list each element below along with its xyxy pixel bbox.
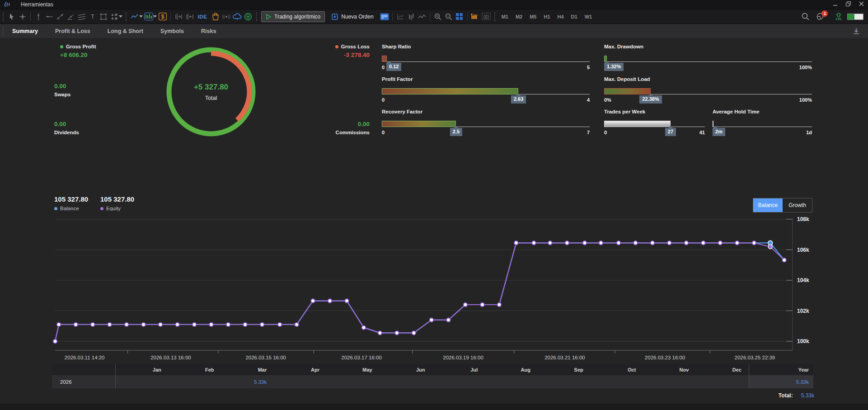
cloud-icon[interactable] (232, 11, 243, 23)
month-header-oct: Oct (591, 364, 643, 375)
tab-symbols[interactable]: Symbols (155, 24, 190, 39)
gauge-track (382, 121, 590, 127)
commissions-stat: 0.00 Commissions (289, 121, 370, 135)
dollar-icon[interactable]: $ (157, 11, 168, 23)
minimize-button[interactable] (829, 0, 842, 8)
gauge-max-label: 4 (587, 97, 590, 103)
gauge-label: Profit Factor (382, 76, 590, 83)
data-folder-icon[interactable] (470, 11, 481, 23)
trendline-tool-icon[interactable] (55, 11, 66, 23)
month-value-mar: 5.33k (221, 375, 274, 388)
month-value-may (327, 375, 380, 388)
gauge-track (604, 88, 812, 94)
gross-profit-label: Gross Profit (66, 44, 96, 49)
algo-trading-button[interactable]: Trading algorítmico (261, 11, 325, 22)
shapes-dropdown-caret[interactable] (119, 15, 122, 18)
search-icon[interactable] (800, 11, 811, 23)
window-controls (829, 0, 868, 9)
add-account-icon[interactable] (243, 11, 253, 23)
tile-windows-icon[interactable] (454, 11, 465, 23)
toggle-growth-button[interactable]: Growth (783, 198, 812, 212)
row-year-total-value: 5.33k (749, 375, 813, 388)
commissions-value: 0.00 (289, 121, 370, 127)
crosshair-icon[interactable] (17, 11, 28, 23)
monthly-data-row[interactable]: 2026 5.33k 5.33k (52, 375, 813, 388)
row-year-label: 2026 (52, 375, 115, 388)
toolbar-separator (467, 13, 468, 21)
tab-summary[interactable]: Summary (6, 24, 44, 39)
gauge-fill (382, 121, 456, 127)
gauge-track (604, 56, 812, 62)
chart-bars-icon[interactable] (406, 11, 417, 23)
chart-line-icon[interactable] (417, 11, 427, 23)
cursor-icon[interactable] (6, 11, 17, 23)
timeframe-h4[interactable]: H4 (554, 14, 568, 19)
gauge-value-badge: 27 (665, 128, 676, 136)
timeframe-d1[interactable]: D1 (568, 14, 581, 19)
screenshot-icon[interactable] (481, 11, 492, 23)
balance-equity-chart[interactable]: 108k106k104k102k100k2026.03.11 14:202026… (0, 212, 868, 364)
swaps-label: Swaps (54, 92, 70, 97)
gauge-track (713, 121, 812, 127)
month-value-oct (591, 375, 643, 388)
market-bag-icon[interactable] (210, 11, 221, 23)
notifications-icon[interactable]: 1 (816, 13, 825, 20)
shapes-tool-icon[interactable] (109, 11, 120, 23)
tab-long-short[interactable]: Long & Short (102, 24, 149, 39)
vertical-line-tool-icon[interactable] (33, 11, 44, 23)
svg-text:2026.03.13 16:00: 2026.03.13 16:00 (150, 355, 191, 360)
app-logo-icon[interactable] (4, 1, 12, 8)
line-chart-type-icon[interactable] (129, 11, 140, 23)
equidistant-channel-tool-icon[interactable] (76, 11, 87, 23)
text-tool-icon[interactable]: T (87, 11, 98, 23)
toolbar-drag-handle[interactable] (3, 12, 4, 21)
tab-profit-loss[interactable]: Profit & Loss (49, 24, 96, 39)
commissions-label: Commissions (289, 130, 370, 135)
menu-item-herramientas[interactable]: Herramientas (16, 0, 58, 9)
lvl-icon[interactable]: LVL (835, 13, 842, 21)
bars-shift-left-icon[interactable] (184, 11, 195, 23)
close-button[interactable] (855, 0, 868, 8)
timeframe-m5[interactable]: M5 (526, 14, 540, 19)
gauge-range: 1d (713, 130, 812, 135)
report-tabs: SummaryProfit & LossLong & ShortSymbolsR… (6, 24, 227, 39)
gross-profit-dot-icon (60, 45, 63, 48)
chart-type-dropdown-caret[interactable] (139, 15, 143, 18)
tab-risks[interactable]: Risks (195, 24, 222, 39)
signals-icon[interactable] (221, 11, 232, 23)
gross-loss-value: -3 278.40 (289, 52, 370, 58)
timeframe-m1[interactable]: M1 (498, 14, 512, 19)
rectangle-tool-icon[interactable] (98, 11, 109, 23)
depth-of-market-icon[interactable] (379, 11, 390, 23)
bars-shift-right-icon[interactable] (173, 11, 184, 23)
candle-chart-icon[interactable] (143, 11, 154, 23)
gauge-max-label: 1d (806, 130, 812, 135)
toolbar-drag-handle[interactable] (494, 12, 495, 21)
export-download-icon[interactable] (851, 25, 862, 37)
timeframe-h1[interactable]: H1 (540, 14, 554, 19)
toolbar-drag-handle[interactable] (126, 12, 127, 21)
timeframe-w1[interactable]: W1 (581, 14, 596, 19)
svg-text:2026.03.23 16:00: 2026.03.23 16:00 (645, 355, 685, 360)
ide-icon[interactable]: IDE (195, 11, 210, 23)
trend-angle-tool-icon[interactable] (66, 11, 76, 23)
month-value-cells: 5.33k (115, 375, 749, 388)
timeframe-m2[interactable]: M2 (512, 14, 526, 19)
report-tab-bar: SummaryProfit & LossLong & ShortSymbolsR… (0, 24, 868, 39)
month-value-nov (643, 375, 696, 388)
tabbar-drag-handle[interactable] (3, 27, 4, 36)
toolbar-drag-handle[interactable] (256, 12, 257, 21)
toggle-balance-button[interactable]: Balance (753, 198, 783, 212)
chart-window-icon[interactable] (395, 11, 406, 23)
svg-text:2026.03.17 16:00: 2026.03.17 16:00 (341, 355, 382, 360)
gauge-max-label: 7 (587, 130, 590, 135)
month-header-aug: Aug (485, 364, 538, 375)
restore-button[interactable] (842, 0, 855, 8)
new-order-button[interactable]: Nueva Orden (328, 11, 377, 22)
donut-center: +5 327.80 Total (166, 47, 256, 137)
candle-dropdown-caret[interactable] (153, 15, 157, 18)
horizontal-line-tool-icon[interactable] (44, 11, 55, 23)
zoom-out-icon[interactable] (443, 11, 454, 23)
zoom-in-icon[interactable] (432, 11, 443, 23)
resource-meter[interactable] (847, 14, 863, 20)
